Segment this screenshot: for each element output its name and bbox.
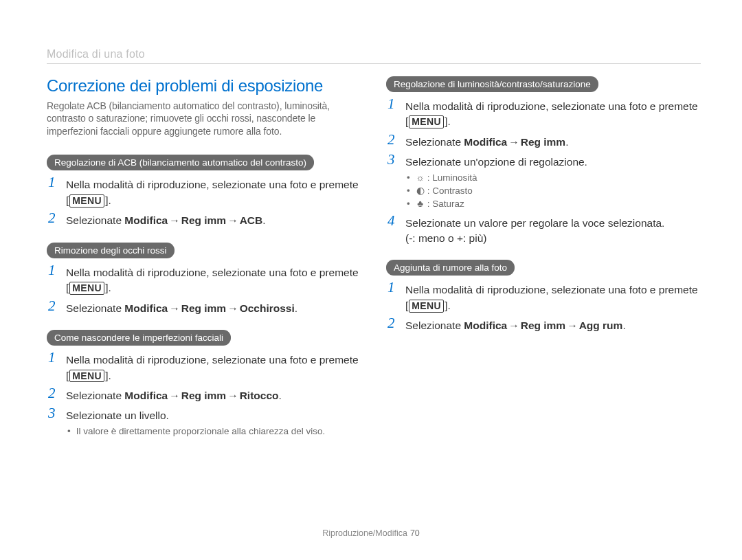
section-title: Correzione dei problemi di esposizione [47, 76, 361, 96]
step-text: Selezionate [66, 214, 124, 226]
section-intro: Regolate ACB (bilanciamento automatico d… [47, 100, 361, 139]
path-c: Occhirossi [240, 302, 295, 314]
step-2: Selezionate Modifica→Reg imm→ACB. [47, 213, 361, 228]
right-column: Regolazione di luminosità/contrasto/satu… [386, 76, 701, 452]
step-text: Selezionate un livello. [66, 410, 169, 421]
step-3: Selezionate un'opzione di regolazione. ☼… [386, 155, 701, 210]
step-1: Nella modalità di riproduzione, selezion… [47, 265, 361, 296]
pill-bcs: Regolazione di luminosità/contrasto/satu… [386, 76, 598, 92]
step-subtext: (-: meno o +: più) [405, 232, 486, 244]
step-3: Selezionate un livello. Il valore è dire… [47, 408, 361, 438]
steps-acb: Nella modalità di riproduzione, selezion… [47, 177, 361, 228]
menu-button: MENU [409, 300, 444, 313]
step-1: Nella modalità di riproduzione, selezion… [386, 282, 701, 313]
path-b: Reg imm [521, 136, 565, 148]
step-text: ]. [105, 370, 111, 381]
pill-face: Come nascondere le imperfezioni facciali [47, 330, 231, 346]
page-number: 70 [407, 528, 420, 538]
step-1: Nella modalità di riproduzione, selezion… [386, 99, 701, 130]
step-end: . [295, 302, 297, 314]
path-b: Reg imm [181, 390, 226, 401]
menu-button: MENU [409, 115, 444, 128]
path-a: Modifica [124, 390, 168, 401]
path-a: Modifica [124, 214, 168, 226]
footer-label: Riproduzione/Modifica [322, 528, 407, 538]
step-end: . [565, 136, 568, 148]
page-footer: Riproduzione/Modifica70 [0, 528, 742, 538]
step-2: Selezionate Modifica→Reg imm→Occhirossi. [47, 301, 361, 316]
arrow-icon: → [168, 390, 181, 401]
step-text: Selezionate [405, 136, 464, 148]
path-b: Reg imm [181, 302, 226, 314]
brightness-icon: ☼ [416, 172, 425, 185]
breadcrumb: Modifica di una foto [47, 48, 701, 60]
pill-acb: Regolazione di ACB (bilanciamento automa… [47, 155, 314, 170]
opt-brightness: ☼: Luminosità [407, 172, 701, 185]
step-end: . [279, 390, 282, 401]
arrow-icon: → [565, 320, 579, 331]
step-end: . [622, 320, 625, 331]
pill-redeye: Rimozione degli occhi rossi [47, 243, 175, 258]
path-b: Reg imm [521, 320, 565, 331]
steps-bcs: Nella modalità di riproduzione, selezion… [386, 99, 701, 246]
menu-button: MENU [69, 370, 104, 383]
opt-label: : Saturaz [427, 199, 464, 209]
steps-noise: Nella modalità di riproduzione, selezion… [386, 282, 701, 333]
step-2: Selezionate Modifica→Reg imm→Ritocco. [47, 388, 361, 403]
menu-button: MENU [69, 194, 104, 208]
pill-noise: Aggiunta di rumore alla foto [386, 260, 515, 276]
arrow-icon: → [168, 302, 181, 314]
arrow-icon: → [226, 214, 240, 226]
step-text: Selezionate un valore per regolare la vo… [405, 217, 664, 229]
step-text: ]. [105, 194, 111, 206]
path-c: Agg rum [579, 320, 623, 331]
note-text: Il valore è direttamente proporzionale a… [67, 425, 361, 438]
arrow-icon: → [507, 320, 521, 331]
opt-contrast: ◐: Contrasto [407, 185, 701, 198]
step-text: Selezionate [405, 320, 464, 331]
step-2: Selezionate Modifica→Reg imm→Agg rum. [386, 318, 701, 333]
path-a: Modifica [464, 320, 507, 331]
step-1: Nella modalità di riproduzione, selezion… [47, 352, 361, 383]
steps-face: Nella modalità di riproduzione, selezion… [47, 352, 361, 438]
step-text: Selezionate [66, 390, 124, 401]
contrast-icon: ◐ [416, 185, 425, 198]
opt-label: : Luminosità [427, 172, 477, 183]
saturation-icon: ♣ [416, 198, 425, 211]
step-2: Selezionate Modifica→Reg imm. [386, 135, 701, 150]
step-1: Nella modalità di riproduzione, selezion… [47, 177, 361, 208]
step-text: ]. [105, 282, 111, 293]
face-note: Il valore è direttamente proporzionale a… [66, 425, 361, 438]
bcs-options: ☼: Luminosità ◐: Contrasto ♣: Saturaz [405, 172, 701, 211]
step-text: Selezionate un'opzione di regolazione. [405, 156, 587, 168]
arrow-icon: → [226, 390, 240, 401]
menu-button: MENU [69, 282, 104, 295]
header-rule [47, 63, 701, 64]
path-a: Modifica [464, 136, 507, 148]
path-c: ACB [240, 214, 263, 226]
step-text: ]. [445, 300, 451, 311]
arrow-icon: → [168, 214, 181, 226]
path-a: Modifica [124, 302, 168, 314]
step-text: Selezionate [66, 302, 124, 314]
opt-label: : Contrasto [427, 186, 473, 196]
arrow-icon: → [226, 302, 240, 314]
step-4: Selezionate un valore per regolare la vo… [386, 216, 701, 247]
arrow-icon: → [507, 136, 521, 148]
step-text: ]. [445, 115, 451, 127]
path-c: Ritocco [240, 390, 279, 401]
left-column: Correzione dei problemi di esposizione R… [47, 76, 361, 452]
path-b: Reg imm [181, 214, 226, 226]
step-end: . [262, 214, 265, 226]
opt-saturation: ♣: Saturaz [407, 198, 701, 211]
steps-redeye: Nella modalità di riproduzione, selezion… [47, 265, 361, 316]
